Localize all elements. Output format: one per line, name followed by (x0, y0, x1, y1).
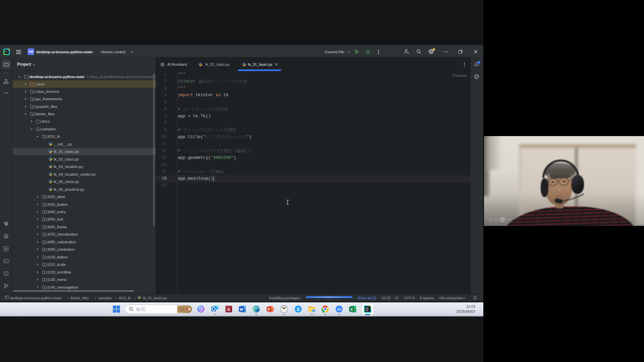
svg-text:zm: zm (337, 308, 341, 311)
svg-text:X: X (351, 307, 353, 311)
svg-text:PC: PC (366, 307, 369, 310)
svg-text:P: P (268, 307, 270, 311)
svg-text:A: A (227, 307, 230, 312)
svg-text:PC: PC (5, 51, 8, 53)
svg-text:W: W (239, 307, 243, 311)
svg-text:S: S (297, 307, 300, 312)
